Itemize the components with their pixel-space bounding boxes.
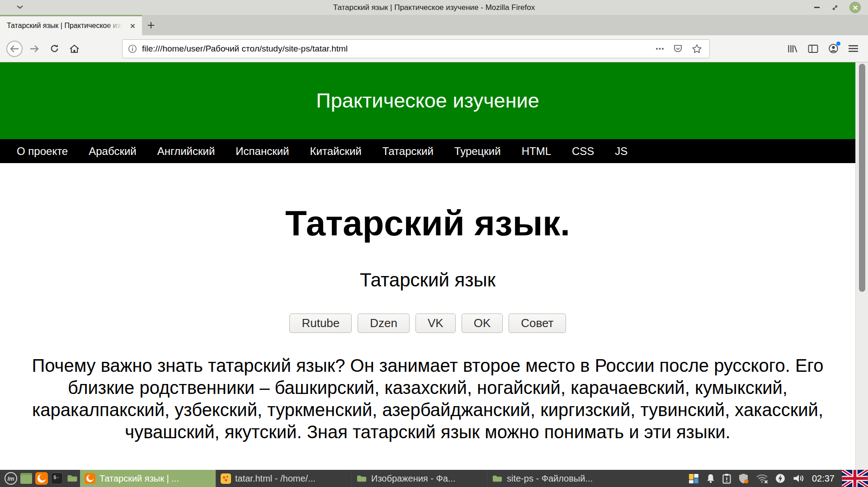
- home-icon: [69, 44, 80, 54]
- sidebar-toggle-icon[interactable]: [808, 44, 818, 53]
- account-notification-dot: [836, 42, 840, 46]
- nav-link-about[interactable]: О проекте: [17, 145, 68, 158]
- page-title: Татарский язык.: [0, 203, 855, 244]
- hamburger-menu-icon[interactable]: [849, 45, 858, 52]
- taskbar-clock[interactable]: 02:37: [812, 473, 835, 484]
- nav-link-html[interactable]: HTML: [522, 145, 551, 158]
- tab-close-icon[interactable]: [127, 20, 138, 32]
- tab-title-wrap: Татарский язык | Практическое изучение: [7, 21, 127, 31]
- site-nav: О проекте Арабский Английский Испанский …: [0, 139, 855, 163]
- forward-button[interactable]: [25, 40, 43, 58]
- taskbar-window-label: Изображения - Фа...: [371, 473, 455, 484]
- web-page: Практическое изучение О проекте Арабский…: [0, 62, 855, 470]
- new-tab-button[interactable]: [142, 15, 160, 35]
- page-actions-dots-icon[interactable]: [656, 47, 664, 50]
- keyboard-layout-uk-flag-icon[interactable]: [842, 470, 868, 487]
- bookmark-star-icon[interactable]: [692, 44, 702, 54]
- toolbar-right-icons: [787, 43, 863, 54]
- intro-paragraph: Почему важно знать татарский язык? Он за…: [18, 355, 837, 443]
- home-button[interactable]: [65, 40, 83, 58]
- vertical-scrollbar[interactable]: [855, 62, 868, 470]
- taskbar-window-label: site-ps - Файловый...: [507, 473, 593, 484]
- maximize-button[interactable]: [831, 4, 839, 11]
- nav-link-arabic[interactable]: Арабский: [89, 145, 137, 158]
- reload-icon: [50, 44, 59, 53]
- pocket-icon[interactable]: [673, 44, 683, 53]
- rutube-button[interactable]: Rutube: [289, 314, 352, 333]
- taskbar-window-images[interactable]: Изображения - Фа...: [351, 470, 487, 487]
- reload-button[interactable]: [45, 40, 63, 58]
- mint-menu-button[interactable]: lm: [3, 470, 19, 487]
- update-clipboard-icon[interactable]: [722, 473, 731, 484]
- social-buttons-row: Rutube Dzen VK OK Совет: [0, 314, 855, 333]
- window-title: Татарский язык | Практическое изучение -…: [0, 3, 868, 12]
- back-arrow-icon: [6, 41, 23, 57]
- forward-arrow-icon: [29, 45, 39, 53]
- folder-icon: [66, 473, 78, 484]
- page-banner: Практическое изучение: [0, 62, 855, 139]
- nav-link-turkish[interactable]: Турецкий: [454, 145, 501, 158]
- navigation-toolbar: file:///home/user/Рабочий стол/study/sit…: [0, 35, 868, 62]
- mint-logo-icon: lm: [5, 472, 17, 485]
- minimize-button[interactable]: [814, 6, 821, 9]
- nav-link-spanish[interactable]: Испанский: [236, 145, 289, 158]
- browser-viewport: Практическое изучение О проекте Арабский…: [0, 62, 868, 470]
- volume-speaker-icon[interactable]: [793, 473, 805, 483]
- taskbar-window-label: tatar.html - /home/...: [235, 473, 316, 484]
- dzen-button[interactable]: Dzen: [358, 314, 410, 333]
- ok-button[interactable]: OK: [462, 314, 503, 333]
- taskbar-window-editor[interactable]: tatar.html - /home/...: [216, 470, 351, 487]
- site-info-icon[interactable]: [128, 44, 137, 53]
- page-subtitle: Татарский язык: [0, 269, 855, 291]
- show-desktop-button[interactable]: [19, 470, 34, 487]
- firefox-launcher[interactable]: [34, 470, 49, 487]
- account-button[interactable]: [828, 43, 839, 54]
- text-editor-icon: [221, 473, 231, 484]
- nav-link-js[interactable]: JS: [615, 145, 627, 158]
- vk-button[interactable]: VK: [415, 314, 456, 333]
- url-actions: [656, 44, 704, 54]
- nav-link-chinese[interactable]: Китайский: [310, 145, 362, 158]
- notifications-bell-icon[interactable]: [706, 473, 715, 483]
- taskbar-window-label: Татарский язык | ...: [99, 473, 179, 484]
- firefox-icon: [85, 473, 95, 484]
- nav-link-css[interactable]: CSS: [572, 145, 594, 158]
- tab-bar: Татарский язык | Практическое изучение: [0, 15, 868, 35]
- tab-title-fade: [106, 21, 127, 31]
- nav-link-tatar[interactable]: Татарский: [382, 145, 434, 158]
- taskbar-window-firefox[interactable]: Татарский язык | ...: [80, 470, 216, 487]
- window-controls: [814, 0, 861, 15]
- scrollbar-thumb[interactable]: [859, 64, 865, 292]
- banner-title: Практическое изучение: [316, 89, 539, 112]
- url-text[interactable]: file:///home/user/Рабочий стол/study/sit…: [142, 44, 656, 54]
- desktop: Татарский язык | Практическое изучение -…: [0, 0, 868, 487]
- back-button[interactable]: [5, 40, 24, 58]
- terminal-icon: $-: [51, 473, 63, 484]
- sovet-button[interactable]: Совет: [509, 314, 566, 333]
- firewall-shield-icon[interactable]: [738, 473, 749, 484]
- taskbar-window-siteps[interactable]: site-ps - Файловый...: [487, 470, 623, 487]
- nav-link-english[interactable]: Английский: [157, 145, 215, 158]
- folder-icon: [492, 473, 503, 484]
- files-launcher[interactable]: [65, 470, 80, 487]
- svg-text:$-: $-: [53, 475, 59, 480]
- desktop-icon: [20, 473, 32, 484]
- network-wifi-disconnected-icon[interactable]: [756, 473, 768, 483]
- tab-tatar-language[interactable]: Татарский язык | Практическое изучение: [0, 15, 142, 35]
- system-tray: 02:37: [689, 470, 868, 487]
- power-lightning-icon[interactable]: [775, 473, 785, 483]
- window-titlebar: Татарский язык | Практическое изучение -…: [0, 0, 868, 15]
- window-menu-chevron-icon[interactable]: [16, 5, 24, 9]
- firefox-icon: [35, 472, 48, 485]
- library-icon[interactable]: [787, 44, 798, 54]
- workspace-blocks-icon[interactable]: [689, 473, 699, 484]
- terminal-launcher[interactable]: $-: [49, 470, 65, 487]
- url-bar[interactable]: file:///home/user/Рабочий стол/study/sit…: [122, 39, 710, 58]
- taskbar: lm $-: [0, 470, 868, 487]
- folder-icon: [356, 473, 367, 484]
- close-button[interactable]: [849, 2, 861, 13]
